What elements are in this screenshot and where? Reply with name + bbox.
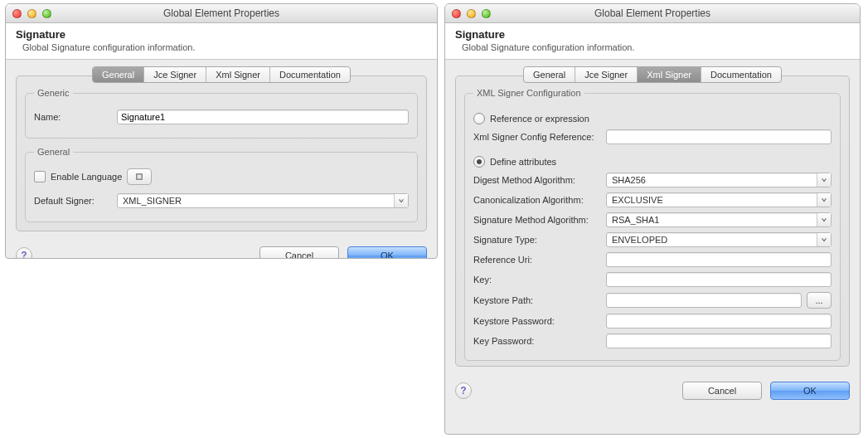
- zoom-icon[interactable]: [482, 9, 491, 18]
- chevron-down-icon: [817, 173, 831, 187]
- keystore-pass-input[interactable]: [606, 314, 832, 328]
- cancel-button[interactable]: Cancel: [259, 246, 339, 259]
- sigtype-label: Signature Type:: [473, 235, 606, 245]
- titlebar: Global Element Properties: [445, 4, 860, 23]
- tab-xml-signer[interactable]: Xml Signer: [206, 67, 270, 82]
- group-xml-signer-config: XML Signer Configuration Reference or ex…: [464, 88, 841, 361]
- sigtype-select[interactable]: ENVELOPED: [606, 232, 832, 247]
- sigmethod-label: Signature Method Algorithm:: [473, 215, 606, 225]
- enable-language-checkbox[interactable]: [34, 171, 46, 182]
- radio-reference[interactable]: [473, 113, 485, 124]
- help-icon[interactable]: ?: [455, 382, 472, 399]
- name-label: Name:: [34, 112, 117, 122]
- titlebar: Global Element Properties: [6, 4, 437, 23]
- tab-jce-signer[interactable]: Jce Signer: [575, 67, 638, 82]
- keystore-path-browse-button[interactable]: ...: [807, 292, 832, 309]
- refuri-input[interactable]: [606, 252, 832, 267]
- dialog-footer: ? Cancel OK: [445, 375, 860, 408]
- tab-panel: Generic Name: General Enable Language: [16, 75, 427, 231]
- chevron-down-icon: [394, 194, 408, 207]
- group-generic-legend: Generic: [34, 88, 73, 98]
- dialog-xml-signer: Global Element Properties Signature Glob…: [444, 3, 861, 435]
- key-label: Key:: [473, 275, 606, 285]
- help-icon[interactable]: ?: [16, 247, 32, 259]
- dialog-general: Global Element Properties Signature Glob…: [5, 3, 438, 259]
- keystore-pass-label: Keystore Password:: [473, 316, 606, 326]
- digest-select[interactable]: SHA256: [606, 173, 832, 187]
- header-subtitle: Global Signature configuration informati…: [462, 42, 850, 52]
- canon-label: Canonicalization Algorithm:: [473, 195, 606, 205]
- config-ref-label: Xml Signer Config Reference:: [473, 132, 606, 142]
- dialog-header: Signature Global Signature configuration…: [6, 23, 437, 60]
- key-pass-input[interactable]: [606, 333, 832, 348]
- sigmethod-select[interactable]: RSA_SHA1: [606, 212, 832, 227]
- default-signer-value: XML_SIGNER: [121, 196, 394, 206]
- tab-general[interactable]: General: [93, 67, 144, 82]
- close-icon[interactable]: [12, 9, 22, 18]
- config-ref-input[interactable]: [606, 129, 832, 144]
- zoom-icon[interactable]: [42, 9, 51, 18]
- default-signer-select[interactable]: XML_SIGNER: [117, 193, 409, 208]
- dialog-header: Signature Global Signature configuration…: [445, 23, 860, 60]
- radio-reference-label: Reference or expression: [490, 114, 589, 124]
- header-title: Signature: [455, 28, 850, 41]
- dialog-footer: ? Cancel OK: [6, 240, 437, 259]
- canon-select[interactable]: EXCLUSIVE: [606, 192, 832, 207]
- default-signer-label: Default Signer:: [34, 196, 117, 206]
- enable-language-toggle-icon[interactable]: [127, 168, 152, 185]
- digest-label: Digest Method Algorithm:: [473, 175, 606, 185]
- ok-button[interactable]: OK: [347, 246, 427, 259]
- key-pass-label: Key Password:: [473, 336, 606, 346]
- keystore-path-input[interactable]: [606, 293, 802, 308]
- header-subtitle: Global Signature configuration informati…: [22, 42, 427, 52]
- tab-jce-signer[interactable]: Jce Signer: [144, 67, 206, 82]
- minimize-icon[interactable]: [467, 9, 476, 18]
- tab-documentation[interactable]: Documentation: [270, 67, 350, 82]
- svg-rect-1: [138, 175, 142, 179]
- keystore-path-label: Keystore Path:: [473, 295, 606, 305]
- chevron-down-icon: [817, 193, 831, 207]
- minimize-icon[interactable]: [27, 9, 36, 18]
- enable-language-label: Enable Language: [51, 172, 122, 182]
- tab-documentation[interactable]: Documentation: [701, 67, 781, 82]
- group-general: General Enable Language Default Signer: …: [25, 147, 418, 222]
- cancel-button[interactable]: Cancel: [682, 382, 762, 400]
- chevron-down-icon: [817, 233, 831, 246]
- group-generic: Generic Name:: [25, 88, 418, 139]
- close-icon[interactable]: [452, 9, 461, 18]
- tab-general[interactable]: General: [524, 67, 575, 82]
- group-legend: XML Signer Configuration: [473, 88, 584, 98]
- group-general-legend: General: [34, 147, 73, 157]
- header-title: Signature: [16, 28, 427, 41]
- refuri-label: Reference Uri:: [473, 255, 606, 265]
- chevron-down-icon: [817, 213, 831, 226]
- window-title: Global Element Properties: [445, 7, 860, 19]
- key-input[interactable]: [606, 272, 832, 287]
- radio-define[interactable]: [473, 156, 485, 168]
- radio-define-label: Define attributes: [490, 157, 556, 167]
- tab-panel: XML Signer Configuration Reference or ex…: [455, 75, 850, 367]
- name-input[interactable]: [117, 110, 409, 124]
- ok-button[interactable]: OK: [770, 382, 850, 400]
- window-title: Global Element Properties: [6, 7, 437, 19]
- tab-xml-signer[interactable]: Xml Signer: [638, 67, 701, 82]
